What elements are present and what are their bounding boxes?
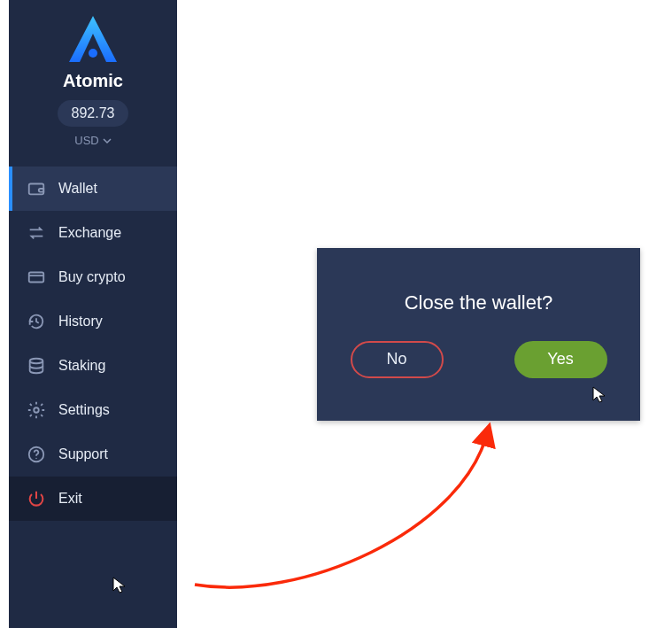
brand-logo-icon xyxy=(62,12,124,66)
sidebar-item-label: Staking xyxy=(58,358,105,374)
svg-point-4 xyxy=(30,359,43,364)
brand-name: Atomic xyxy=(63,71,123,91)
history-icon xyxy=(27,312,46,331)
staking-icon xyxy=(27,356,46,376)
no-button[interactable]: No xyxy=(351,341,444,378)
sidebar-item-label: History xyxy=(58,314,103,330)
sidebar-item-label: Exit xyxy=(58,491,82,507)
sidebar-item-support[interactable]: Support xyxy=(9,432,177,477)
sidebar-item-label: Wallet xyxy=(58,181,97,197)
close-wallet-dialog: Close the wallet? No Yes xyxy=(317,248,640,421)
sidebar-item-settings[interactable]: Settings xyxy=(9,388,177,432)
wallet-icon xyxy=(27,179,46,198)
svg-point-7 xyxy=(35,458,36,459)
balance-amount[interactable]: 892.73 xyxy=(58,100,129,127)
sidebar-item-label: Buy crypto xyxy=(58,269,126,285)
brand-block: Atomic 892.73 USD xyxy=(9,0,177,147)
sidebar-item-label: Exchange xyxy=(58,225,121,241)
sidebar-item-buy-crypto[interactable]: Buy crypto xyxy=(9,255,177,299)
currency-label: USD xyxy=(74,134,98,147)
svg-point-0 xyxy=(89,49,97,58)
yes-button[interactable]: Yes xyxy=(514,341,607,378)
svg-rect-2 xyxy=(29,273,44,283)
gear-icon xyxy=(27,400,46,420)
currency-selector[interactable]: USD xyxy=(74,134,111,147)
sidebar-nav: Wallet Exchange Buy crypto xyxy=(9,167,177,521)
sidebar-item-label: Settings xyxy=(58,402,110,418)
help-icon xyxy=(27,445,46,464)
chevron-down-icon xyxy=(103,136,112,145)
sidebar-item-label: Support xyxy=(58,446,108,462)
power-icon xyxy=(27,489,46,508)
dialog-title: Close the wallet? xyxy=(405,291,553,314)
credit-card-icon xyxy=(27,267,46,287)
dialog-button-row: No Yes xyxy=(351,341,607,378)
annotation-arrow-icon xyxy=(177,399,514,602)
sidebar: Atomic 892.73 USD Wallet xyxy=(9,0,177,628)
sidebar-item-history[interactable]: History xyxy=(9,299,177,344)
exchange-icon xyxy=(27,223,46,243)
sidebar-item-staking[interactable]: Staking xyxy=(9,344,177,388)
sidebar-item-exchange[interactable]: Exchange xyxy=(9,211,177,255)
sidebar-item-wallet[interactable]: Wallet xyxy=(9,167,177,211)
sidebar-item-exit[interactable]: Exit xyxy=(9,477,177,521)
svg-point-5 xyxy=(34,407,39,413)
